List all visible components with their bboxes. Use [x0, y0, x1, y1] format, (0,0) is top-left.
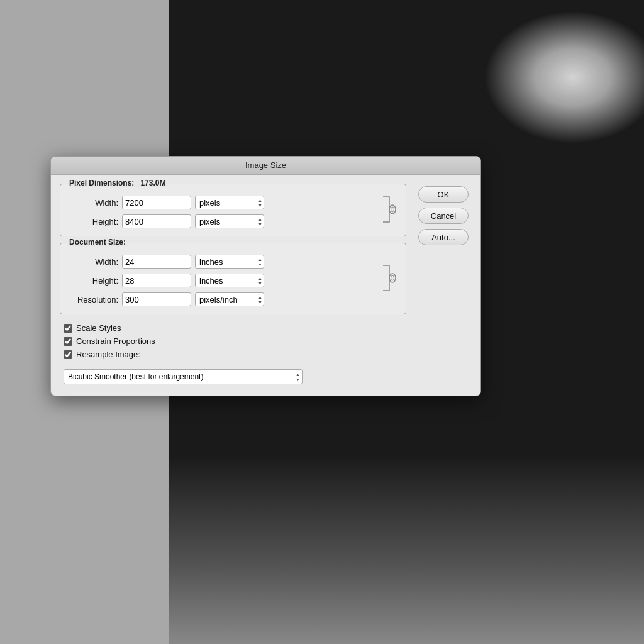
doc-height-unit-select[interactable]: inches cm mm points picas columns percen…	[195, 274, 264, 287]
resolution-row: Resolution: pixels/inch pixels/cm ▲	[68, 292, 379, 306]
resolution-input[interactable]	[122, 292, 191, 306]
svg-point-3	[391, 275, 394, 280]
photo-bottom	[169, 455, 644, 644]
pixel-height-label: Height:	[68, 217, 118, 226]
constrain-proportions-checkbox[interactable]	[64, 337, 72, 346]
doc-bracket-svg	[380, 259, 398, 297]
dialog-titlebar: Image Size	[51, 157, 480, 175]
pixel-height-unit-wrap: pixels percent ▲ ▼	[195, 214, 264, 228]
ok-button[interactable]: OK	[418, 186, 469, 203]
pixel-dimensions-section: Pixel Dimensions: 173.0M Width:	[60, 184, 406, 236]
document-size-legend: Document Size:	[67, 238, 128, 247]
pixel-height-input[interactable]	[122, 214, 191, 228]
checkboxes-section: Scale Styles Constrain Proportions Resam…	[60, 321, 406, 363]
dialog-buttons: OK Cancel Auto...	[415, 184, 472, 387]
resample-image-label: Resample Image:	[76, 350, 140, 359]
pixel-chain-bracket	[380, 191, 398, 228]
dialog-title: Image Size	[245, 160, 286, 170]
pixel-width-unit-select[interactable]: pixels percent	[195, 196, 264, 209]
auto-button[interactable]: Auto...	[418, 229, 469, 245]
svg-point-2	[389, 274, 396, 282]
pixel-height-unit-select[interactable]: pixels percent	[195, 214, 264, 228]
doc-height-unit-wrap: inches cm mm points picas columns percen…	[195, 274, 264, 287]
doc-width-input[interactable]	[122, 255, 191, 269]
scale-styles-checkbox[interactable]	[64, 324, 72, 333]
pixel-inputs-col: Width: pixels percent ▲ ▼	[68, 191, 379, 228]
doc-inputs-col: Width: inches cm mm points picas	[68, 250, 379, 306]
pixel-width-input[interactable]	[122, 196, 191, 209]
doc-height-label: Height:	[68, 276, 118, 286]
pixel-bracket-svg	[380, 191, 398, 228]
doc-width-row: Width: inches cm mm points picas	[68, 255, 379, 269]
pixel-height-row: Height: pixels percent ▲ ▼	[68, 214, 379, 228]
document-size-section: Document Size: Width: inches cm	[60, 243, 406, 314]
pixel-dimensions-rows: Width: pixels percent ▲ ▼	[68, 191, 398, 228]
dialog-body: Pixel Dimensions: 173.0M Width:	[51, 175, 480, 396]
doc-width-label: Width:	[68, 257, 118, 267]
svg-point-0	[389, 205, 396, 214]
resample-select[interactable]: Nearest Neighbor (preserve hard edges) B…	[64, 369, 303, 384]
pixel-dimensions-value: 173.0M	[140, 179, 165, 187]
pixel-dimensions-legend: Pixel Dimensions: 173.0M	[67, 179, 168, 187]
resolution-unit-select[interactable]: pixels/inch pixels/cm	[195, 292, 264, 306]
pixel-width-unit-wrap: pixels percent ▲ ▼	[195, 196, 264, 209]
document-size-rows: Width: inches cm mm points picas	[68, 250, 398, 306]
doc-width-unit-select[interactable]: inches cm mm points picas columns percen…	[195, 255, 264, 269]
resolution-label: Resolution:	[68, 295, 118, 304]
cancel-button[interactable]: Cancel	[418, 208, 469, 224]
scale-styles-row: Scale Styles	[64, 323, 406, 333]
doc-height-input[interactable]	[122, 274, 191, 287]
pixel-width-row: Width: pixels percent ▲ ▼	[68, 196, 379, 209]
doc-chain-bracket	[380, 259, 398, 297]
constrain-proportions-row: Constrain Proportions	[64, 336, 406, 346]
doc-width-unit-wrap: inches cm mm points picas columns percen…	[195, 255, 264, 269]
resolution-unit-wrap: pixels/inch pixels/cm ▲ ▼	[195, 292, 264, 306]
image-size-dialog: Image Size Pixel Dimensions: 173.0M	[50, 156, 481, 396]
dialog-left-content: Pixel Dimensions: 173.0M Width:	[60, 184, 406, 387]
pixel-width-label: Width:	[68, 198, 118, 208]
resample-image-checkbox[interactable]	[64, 350, 72, 359]
doc-height-row: Height: inches cm mm points picas	[68, 274, 379, 287]
resample-select-wrap: Nearest Neighbor (preserve hard edges) B…	[64, 369, 303, 384]
resample-dropdown-row: Nearest Neighbor (preserve hard edges) B…	[60, 369, 406, 387]
scale-styles-label: Scale Styles	[76, 323, 121, 333]
constrain-proportions-label: Constrain Proportions	[76, 336, 155, 346]
dialog-overlay: Image Size Pixel Dimensions: 173.0M	[50, 156, 481, 396]
svg-point-1	[391, 207, 394, 212]
resample-image-row: Resample Image:	[64, 350, 406, 359]
